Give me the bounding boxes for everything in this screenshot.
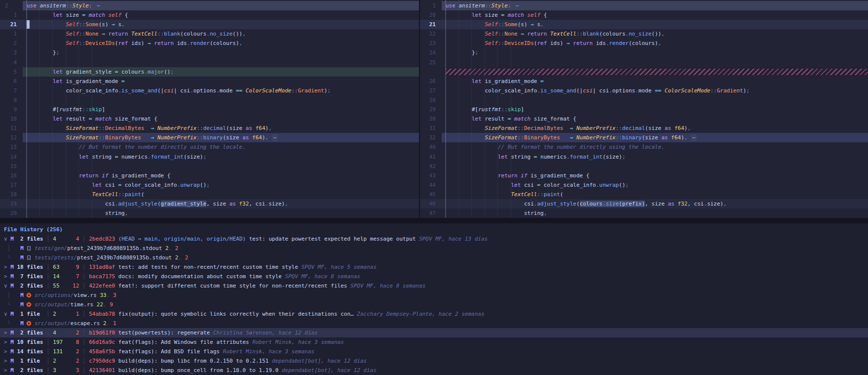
code-line[interactable]: 28 <box>420 95 868 105</box>
code-line[interactable]: 19 csi.adjust_style(gradient_style, size… <box>0 199 419 208</box>
code-token: :: <box>537 191 543 198</box>
commit-row[interactable]: ∨ M 2 files │ 4 4 │ 2bedc823 (HEAD → mai… <box>0 234 868 244</box>
code-token: blank <box>583 31 599 37</box>
line-number: 46 <box>420 199 442 208</box>
text <box>14 339 17 345</box>
file-row[interactable]: └ M tests/ptests/ptest_2439b7d68089135b.… <box>0 253 868 262</box>
code-line[interactable]: 10 let result = match size_format { <box>0 114 419 124</box>
code-line[interactable]: 44 let csi = color_scale_info.unwrap(); <box>420 180 868 190</box>
status-badge: M <box>10 311 14 317</box>
commit-row[interactable]: > M 14 files │ 131 2 │ 458a6f5b feat(fla… <box>0 347 868 356</box>
right-diff-pane[interactable]: 1use ansiterm::Style; ⋯20 let size = mat… <box>420 0 868 218</box>
separator: │ <box>43 311 53 317</box>
deleted-lines-row[interactable] <box>420 67 868 77</box>
line-number: 7 <box>0 86 23 95</box>
code-line[interactable]: 1 Self::None ⇒ return TextCell::blank(co… <box>0 29 419 39</box>
code-line[interactable]: 45 TextCell::paint( <box>420 190 868 199</box>
file-row[interactable]: │ M tests/gen/ptest_2439b7d68089135b.std… <box>0 244 868 253</box>
code-line[interactable]: 16 return if is_gradient_mode { <box>0 171 419 180</box>
code-line[interactable]: 40 // But format the number directly usi… <box>420 142 868 152</box>
code-line[interactable]: 30 let result = match size_format { <box>420 114 868 124</box>
code-line[interactable]: 1 let size = match self { <box>0 10 419 20</box>
fold-marker-icon[interactable]: ⋯ <box>272 134 278 141</box>
code-line[interactable]: 46 csi.adjust_style(colours.size(prefix)… <box>420 199 868 208</box>
code-line[interactable]: 15 <box>0 162 419 171</box>
window-separator[interactable] <box>0 218 868 223</box>
separator: │ <box>79 348 89 355</box>
code-line[interactable]: 5 let gradient_style = colours.major(); <box>0 67 419 77</box>
added-count: 22 <box>97 301 103 308</box>
commit-row[interactable]: > M 2 files │ 3 3 │ 42136401 build(deps)… <box>0 366 868 375</box>
code-line[interactable]: 43 return if is_gradient_mode { <box>420 171 868 180</box>
code-token: as <box>661 134 668 141</box>
code-token: , size <box>206 201 229 207</box>
code-line-content: let is_gradient_mode = <box>442 77 868 86</box>
commit-author-date: SPQV MF, hace 8 semanas <box>285 273 360 280</box>
code-line[interactable]: 17 let csi = color_scale_info.unwrap(); <box>0 180 419 190</box>
code-token: ) <box>262 134 265 141</box>
code-token: , <box>540 21 544 28</box>
code-line[interactable]: 23 Self::DeviceIDs(ref ids) ⇒ return ids… <box>420 39 868 48</box>
file-row[interactable]: └ M src/output/time.rs 22, 9 <box>0 300 868 309</box>
code-line-content: }; <box>442 48 868 57</box>
code-line[interactable]: 42 <box>420 162 868 171</box>
code-line[interactable]: 2 Self::DeviceIDs(ref ids) ⇒ return ids.… <box>0 39 419 48</box>
code-line[interactable]: 9 #[rustfmt::skip] <box>0 105 419 114</box>
text <box>14 348 17 355</box>
code-line[interactable]: 22 Self::None ⇒ return TextCell::blank(c… <box>420 29 868 39</box>
code-line[interactable]: 41 let string = numerics.format_int(size… <box>420 152 868 162</box>
removed-count: 3 <box>66 367 79 374</box>
file-history-panel[interactable]: File History (256) ∨ M 2 files │ 4 4 │ 2… <box>0 223 868 375</box>
line-number: 45 <box>420 190 442 199</box>
code-token: unwrap <box>599 182 619 188</box>
commit-row[interactable]: > M 18 files │ 63 9 │ 131ad8af test: add… <box>0 262 868 272</box>
commit-row[interactable]: > M 7 files │ 14 7 │ baca7175 docs: modi… <box>0 272 868 281</box>
commit-hash: c7950dc9 <box>89 358 118 364</box>
code-line[interactable]: 11 SizeFormat::DecimalBytes ⇒ NumberPref… <box>0 124 419 133</box>
code-line[interactable]: 20 string, <box>0 208 419 218</box>
code-line[interactable]: 32 SizeFormat::BinaryBytes ⇒ NumberPrefi… <box>420 133 868 142</box>
left-diff-pane[interactable]: 2use ansiterm::Style; ⋯1 let size = matc… <box>0 0 419 218</box>
code-line[interactable]: 14 let string = numerics.format_int(size… <box>0 152 419 162</box>
file-row[interactable]: │ M src/options/view.rs 33, 3 <box>0 291 868 300</box>
code-line-content: SizeFormat::DecimalBytes ⇒ NumberPrefix:… <box>23 124 419 133</box>
code-token: is_some_and <box>121 87 157 94</box>
fold-marker-icon[interactable]: ⋯ <box>95 2 102 9</box>
code-line[interactable]: 21 Self::Some(s) ⇒ s, <box>420 20 868 29</box>
code-line[interactable]: 7 color_scale_info.is_some_and(|csi| csi… <box>0 86 419 95</box>
commit-row[interactable]: ∨ M 2 files │ 55 12 │ 422efee0 feat!: su… <box>0 281 868 291</box>
code-token: return <box>528 31 547 37</box>
commit-row[interactable]: > M 2 files │ 4 2 │ b19d61f0 test(powert… <box>0 328 868 337</box>
code-line[interactable]: 20 let size = match self { <box>420 10 868 20</box>
code-token: // But format the number directly using … <box>446 144 665 150</box>
file-directory: src/options/ <box>35 292 74 298</box>
code-line[interactable]: 47 string, <box>420 208 868 218</box>
code-line[interactable]: 18 TextCell::paint( <box>0 190 419 199</box>
file-row[interactable]: └ M src/output/escape.rs 2, 1 <box>0 319 868 328</box>
code-line[interactable]: 29 #[rustfmt::skip] <box>420 105 868 114</box>
fold-marker-icon[interactable]: ⋯ <box>514 2 521 9</box>
code-line[interactable]: 2use ansiterm::Style; ⋯ <box>0 1 419 10</box>
added-count: 55 <box>53 283 66 289</box>
code-line[interactable]: 6 let is_gradient_mode = <box>0 77 419 86</box>
code-line[interactable]: 24 }; <box>420 48 868 57</box>
code-line[interactable]: 26 let is_gradient_mode = <box>420 77 868 86</box>
code-line[interactable]: 13 // But format the number directly usi… <box>0 142 419 152</box>
commit-row[interactable]: ∨ M 1 file │ 2 1 │ 54abab78 fix(output):… <box>0 309 868 319</box>
code-token: self <box>109 12 122 18</box>
code-line[interactable]: 4 <box>0 58 419 67</box>
code-line[interactable]: 12 SizeFormat::BinaryBytes ⇒ NumberPrefi… <box>0 133 419 142</box>
code-line[interactable]: 8 <box>0 95 419 105</box>
commit-row[interactable]: > M 10 files │ 197 8 │ 66d16a9c feat(fla… <box>0 337 868 347</box>
code-line[interactable]: 31 SizeFormat::DecimalBytes ⇒ NumberPref… <box>420 124 868 133</box>
code-line[interactable]: 1use ansiterm::Style; ⋯ <box>420 1 868 10</box>
line-number: 32 <box>420 133 442 142</box>
code-token: ; <box>625 182 629 188</box>
code-line[interactable]: 3 }; <box>0 48 419 57</box>
code-line[interactable]: 27 color_scale_info.is_some_and(|csi| cs… <box>420 86 868 95</box>
fold-marker-icon[interactable]: ⋯ <box>691 134 697 141</box>
commit-row[interactable]: > M 1 file │ 2 2 │ c7950dc9 build(deps):… <box>0 356 868 366</box>
code-token: return <box>573 40 593 46</box>
code-line[interactable]: 25 <box>420 58 868 67</box>
code-line[interactable]: 21 Self::Some(s) ⇒ s, <box>0 20 419 29</box>
